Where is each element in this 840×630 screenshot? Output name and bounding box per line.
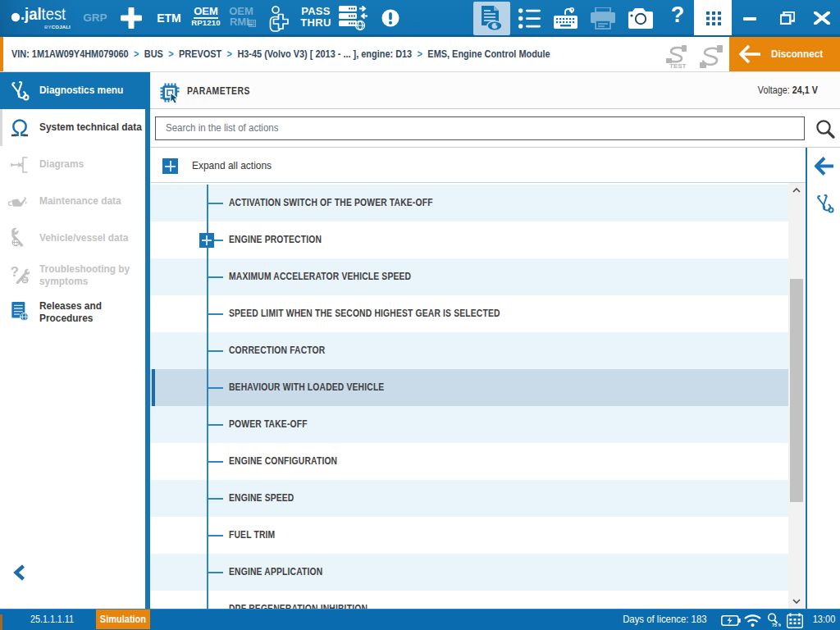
svg-text:75 %: 75 % [772,623,781,628]
svg-text:?: ? [10,264,18,280]
svg-text:TEST: TEST [669,62,687,69]
